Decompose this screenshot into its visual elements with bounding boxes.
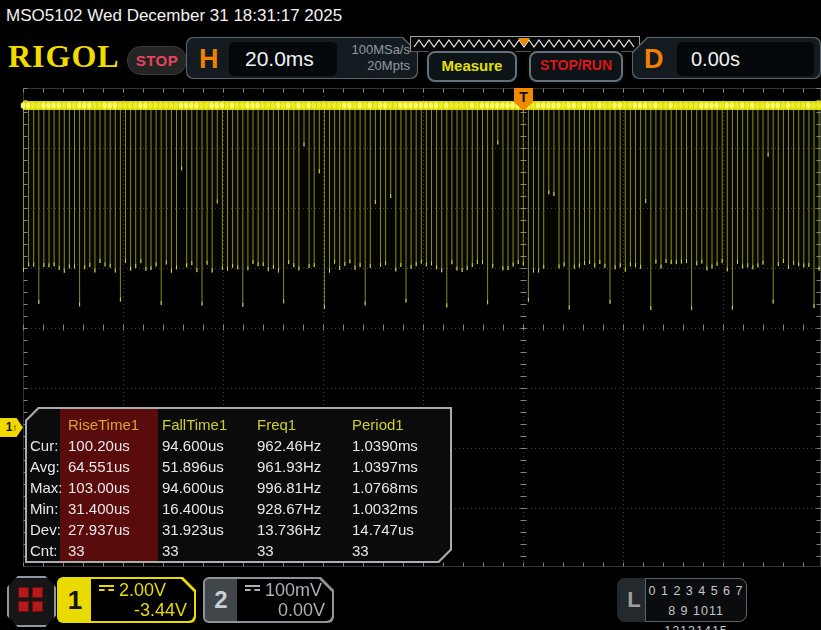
measure-button[interactable]: Measure bbox=[427, 51, 517, 82]
trigger-marker-letter: T bbox=[519, 89, 528, 105]
measurement-value: 64.551us bbox=[68, 458, 130, 475]
measurement-column-header: Period1 bbox=[352, 416, 404, 433]
measurement-row-label: Avg: bbox=[30, 458, 60, 475]
windows-menu-button[interactable] bbox=[7, 576, 56, 627]
waveform-overview-bar[interactable] bbox=[410, 36, 640, 52]
channel2-scale: 100mV bbox=[265, 580, 322, 601]
channel1-badge[interactable]: 1 2.00V -3.44V bbox=[57, 577, 196, 623]
measurement-value: 27.937us bbox=[68, 521, 130, 538]
channel2-number: 2 bbox=[205, 579, 237, 621]
memory-depth: 20Mpts bbox=[351, 58, 410, 74]
logic-analyzer-badge[interactable]: L 0 1 2 3 4 5 6 7 8 9 1011 12131415 bbox=[617, 578, 747, 622]
horizontal-label: H bbox=[199, 39, 219, 79]
horizontal-settings-panel[interactable]: H 20.0ms 100MSa/s 20Mpts bbox=[186, 37, 418, 79]
measurement-value: 962.46Hz bbox=[257, 437, 321, 454]
stop-run-button[interactable]: STOP/RUN bbox=[529, 51, 623, 82]
run-state-badge[interactable]: STOP bbox=[127, 46, 187, 75]
channel1-number: 1 bbox=[59, 579, 91, 621]
channel1-offset: -3.44V bbox=[134, 600, 187, 621]
delay-box[interactable]: 0.00s bbox=[677, 42, 814, 76]
model-datetime-bar: MSO5102 Wed December 31 18:31:17 2025 bbox=[0, 0, 821, 31]
measurement-value: 16.400us bbox=[162, 500, 224, 517]
logic-channels-row1: 0 1 2 3 4 5 6 7 bbox=[646, 581, 746, 601]
measurement-value: 14.747us bbox=[352, 521, 414, 538]
measurement-value: 996.81Hz bbox=[257, 479, 321, 496]
measurement-row-label: Cnt: bbox=[30, 542, 58, 559]
measurement-value: 1.0768ms bbox=[352, 479, 418, 496]
measurement-value: 51.896us bbox=[162, 458, 224, 475]
channel2-offset: 0.00V bbox=[278, 600, 325, 621]
measurement-value: 13.736Hz bbox=[257, 521, 321, 538]
measurement-row-label: Cur: bbox=[30, 437, 58, 454]
oscilloscope-screen: MSO5102 Wed December 31 18:31:17 2025 RI… bbox=[0, 0, 821, 630]
measurement-value: 31.923us bbox=[162, 521, 224, 538]
measurement-value: 31.400us bbox=[68, 500, 130, 517]
measurement-value: 33 bbox=[68, 542, 85, 559]
channel2-badge[interactable]: 2 100mV 0.00V bbox=[203, 577, 334, 623]
timebase-value: 20.0ms bbox=[229, 42, 337, 76]
dc-coupling-icon bbox=[245, 585, 260, 596]
measurement-value: 1.0390ms bbox=[352, 437, 418, 454]
measurement-value: 33 bbox=[352, 542, 369, 559]
measurement-value: 1.0397ms bbox=[352, 458, 418, 475]
measurement-column-header: Freq1 bbox=[257, 416, 296, 433]
measurement-column-header: FallTime1 bbox=[162, 416, 227, 433]
measurement-value: 928.67Hz bbox=[257, 500, 321, 517]
rigol-logo: RIGOL bbox=[8, 38, 120, 75]
measurement-column-header: RiseTime1 bbox=[68, 416, 139, 433]
measurement-value: 100.20us bbox=[68, 437, 130, 454]
timebase-box[interactable]: 20.0ms bbox=[229, 42, 337, 76]
measurement-value: 33 bbox=[257, 542, 274, 559]
sample-rate: 100MSa/s bbox=[351, 42, 410, 58]
measurement-results-panel[interactable]: Cur:Avg:Max:Min:Dev:Cnt:RiseTime1100.20u… bbox=[25, 407, 452, 563]
channel1-marker-arrow: ↑ bbox=[12, 422, 17, 433]
logic-channels-row2: 8 9 1011 12131415 bbox=[646, 601, 746, 630]
measurement-value: 33 bbox=[162, 542, 179, 559]
measurement-value: 94.600us bbox=[162, 479, 224, 496]
measurement-row-label: Min: bbox=[30, 500, 58, 517]
dc-coupling-icon bbox=[99, 585, 114, 596]
measurement-value: 103.00us bbox=[68, 479, 130, 496]
delay-value: 0.00s bbox=[677, 42, 814, 76]
measurement-row-label: Dev: bbox=[30, 521, 61, 538]
trigger-delay-panel[interactable]: D 0.00s bbox=[632, 37, 821, 79]
measurement-row-label: Max: bbox=[30, 479, 63, 496]
channel1-scale: 2.00V bbox=[119, 580, 166, 601]
windows-grid-icon bbox=[18, 587, 43, 612]
measurement-value: 94.600us bbox=[162, 437, 224, 454]
delay-label: D bbox=[644, 39, 664, 79]
measurement-value: 1.0032ms bbox=[352, 500, 418, 517]
acquisition-info: 100MSa/s 20Mpts bbox=[351, 42, 410, 74]
overview-position-pointer[interactable] bbox=[518, 38, 530, 46]
logic-channel-list: 0 1 2 3 4 5 6 7 8 9 1011 12131415 bbox=[645, 578, 747, 622]
measurement-value: 961.93Hz bbox=[257, 458, 321, 475]
